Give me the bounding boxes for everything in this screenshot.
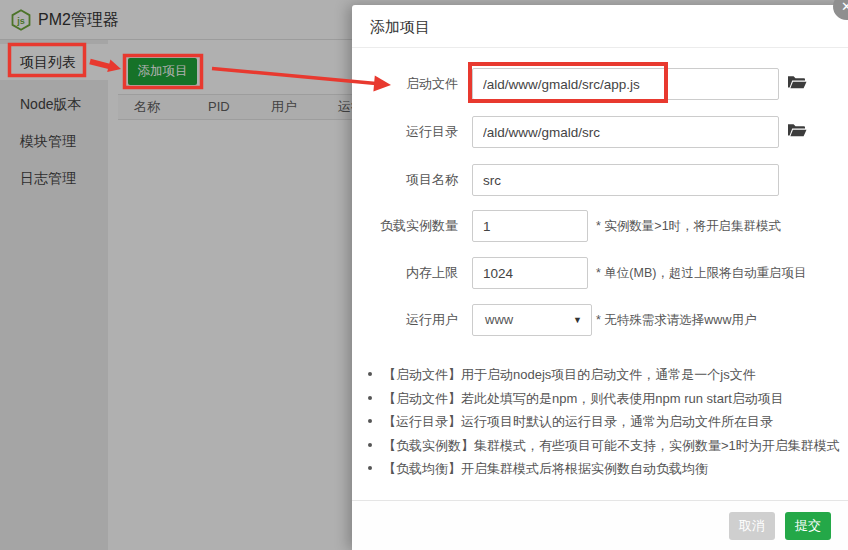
add-project-dialog: 添加项目 启动文件 运行目录 项目名称 负载实例数量 * 实例数量>1时 <box>352 5 848 550</box>
submit-button[interactable]: 提交 <box>785 512 831 540</box>
memory-limit-note: * 单位(MB)，超过上限将自动重启项目 <box>596 257 806 289</box>
start-file-folder-icon[interactable] <box>786 74 808 94</box>
form-row-memory-limit: 内存上限 * 单位(MB)，超过上限将自动重启项目 <box>352 257 848 289</box>
run-dir-input[interactable] <box>472 116 779 148</box>
instance-count-label: 负载实例数量 <box>352 210 458 242</box>
tip-item: 【负载均衡】开启集群模式后将根据实例数自动负载均衡 <box>368 457 838 481</box>
form-row-instance-count: 负载实例数量 * 实例数量>1时，将开启集群模式 <box>352 210 848 242</box>
tip-item: 【启动文件】若此处填写的是npm，则代表使用npm run start启动项目 <box>368 387 838 411</box>
form-row-project-name: 项目名称 <box>352 164 848 196</box>
form-row-start-file: 启动文件 <box>352 68 848 100</box>
tip-item: 【负载实例数】集群模式，有些项目可能不支持，实例数量>1时为开启集群模式 <box>368 434 838 458</box>
form-row-run-dir: 运行目录 <box>352 116 848 148</box>
project-name-input[interactable] <box>472 164 779 196</box>
start-file-label: 启动文件 <box>352 68 458 100</box>
run-dir-label: 运行目录 <box>352 116 458 148</box>
run-user-note: * 无特殊需求请选择www用户 <box>596 304 756 336</box>
project-name-label: 项目名称 <box>352 164 458 196</box>
tip-item: 【运行目录】运行项目时默认的运行目录，通常为启动文件所在目录 <box>368 410 838 434</box>
cancel-button[interactable]: 取消 <box>729 512 775 540</box>
run-dir-folder-icon[interactable] <box>786 122 808 142</box>
start-file-input[interactable] <box>472 68 779 100</box>
instance-count-note: * 实例数量>1时，将开启集群模式 <box>596 210 781 242</box>
instance-count-input[interactable] <box>472 210 588 242</box>
dialog-tips-list: 【启动文件】用于启动nodejs项目的启动文件，通常是一个js文件 【启动文件】… <box>368 363 838 481</box>
memory-limit-label: 内存上限 <box>352 257 458 289</box>
run-user-label: 运行用户 <box>352 304 458 336</box>
form-row-run-user: 运行用户 www ▼ * 无特殊需求请选择www用户 <box>352 304 848 336</box>
dialog-footer: 取消 提交 <box>352 500 848 550</box>
memory-limit-input[interactable] <box>472 257 588 289</box>
dialog-header: 添加项目 <box>352 5 848 48</box>
tip-item: 【启动文件】用于启动nodejs项目的启动文件，通常是一个js文件 <box>368 363 838 387</box>
run-user-select[interactable]: www ▼ <box>472 304 592 336</box>
run-user-value: www <box>485 312 513 327</box>
dialog-title: 添加项目 <box>370 18 430 37</box>
chevron-down-icon: ▼ <box>573 305 582 335</box>
